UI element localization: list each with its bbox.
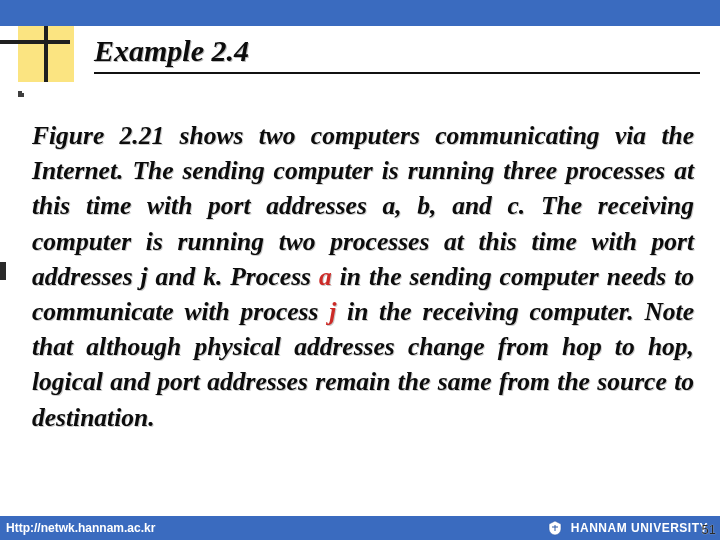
footer-bar: Http://netwk.hannam.ac.kr HANNAM UNIVERS… [0,516,720,540]
top-bar [0,0,720,26]
slide-heading: Example 2.4 [94,34,700,74]
page-number: 51 [702,522,716,537]
slide-body-text: Figure 2.21 shows two computers communic… [32,118,694,435]
footer-url: Http://netwk.hannam.ac.kr [0,521,155,535]
footer-right-block: HANNAM UNIVERSITY [547,520,720,536]
side-mark-icon [0,262,6,280]
bullet-tick-icon [18,91,24,97]
emphasis-process-a: a [319,262,332,291]
logo-horizontal-bar [0,40,70,44]
footer-university-name: HANNAM UNIVERSITY [571,521,708,535]
university-crest-icon [547,520,563,536]
logo-vertical-bar [44,26,48,82]
slide-logo-block [18,26,74,82]
